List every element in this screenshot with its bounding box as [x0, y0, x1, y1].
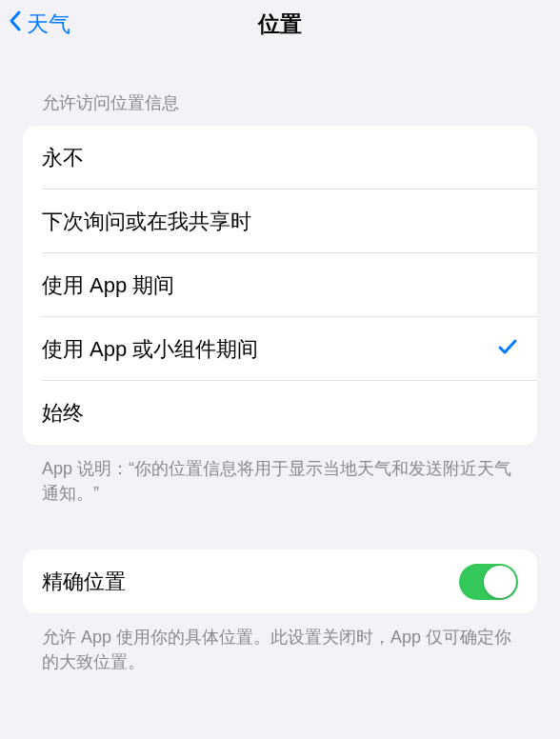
option-ask-next-time[interactable]: 下次询问或在我共享时 — [23, 190, 537, 253]
precise-location-group: 精确位置 — [23, 549, 537, 613]
section-header-location-access: 允许访问位置信息 — [23, 91, 537, 114]
option-label: 使用 App 期间 — [42, 271, 518, 300]
option-label: 永不 — [42, 144, 518, 172]
option-while-using-app-or-widgets[interactable]: 使用 App 或小组件期间 — [23, 317, 537, 381]
location-access-group: 永不 下次询问或在我共享时 使用 App 期间 使用 App 或小组件期间 始终 — [23, 126, 537, 445]
toggle-knob-icon — [484, 566, 516, 598]
section-footer-precise-location: 允许 App 使用你的具体位置。此设置关闭时，App 仅可确定你的大致位置。 — [23, 625, 537, 674]
option-while-using-app[interactable]: 使用 App 期间 — [23, 253, 537, 317]
checkmark-icon — [497, 334, 518, 364]
option-never[interactable]: 永不 — [23, 126, 537, 190]
back-button[interactable]: 天气 — [8, 10, 70, 39]
back-label: 天气 — [27, 10, 70, 39]
chevron-left-icon — [8, 10, 23, 38]
page-title: 位置 — [258, 10, 302, 39]
nav-bar: 天气 位置 — [0, 0, 560, 48]
option-label: 使用 App 或小组件期间 — [42, 335, 497, 364]
precise-location-row[interactable]: 精确位置 — [23, 549, 537, 613]
option-label: 始终 — [42, 399, 518, 428]
precise-location-toggle[interactable] — [459, 564, 518, 600]
option-always[interactable]: 始终 — [23, 381, 537, 445]
precise-location-label: 精确位置 — [42, 568, 459, 596]
section-footer-app-description: App 说明：“你的位置信息将用于显示当地天气和发送附近天气通知。” — [23, 456, 537, 506]
option-label: 下次询问或在我共享时 — [42, 208, 518, 236]
